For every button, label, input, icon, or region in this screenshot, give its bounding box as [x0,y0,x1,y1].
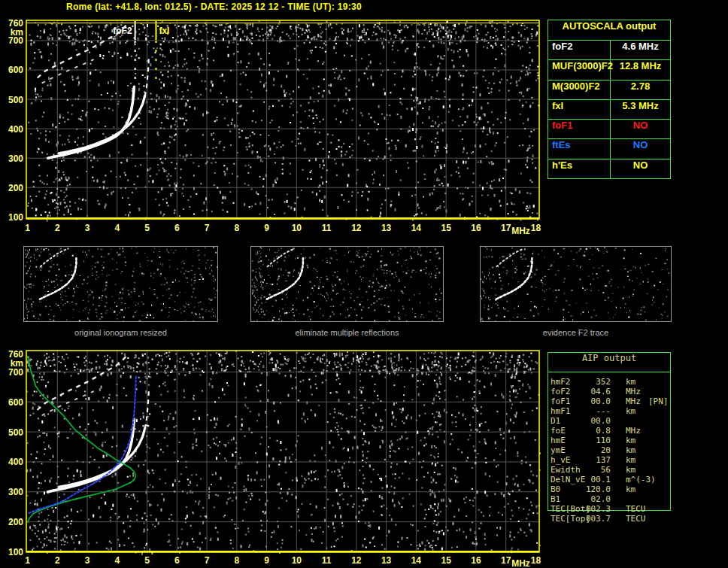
svg-text:600: 600 [8,397,23,408]
svg-text:MHz: MHz [511,558,530,568]
svg-text:3: 3 [85,555,90,566]
svg-text:11: 11 [322,223,332,233]
svg-text:12: 12 [351,555,362,566]
svg-text:1: 1 [25,555,30,566]
svg-text:5: 5 [144,223,150,233]
svg-text:3: 3 [85,223,90,233]
autoscala-table-header: AUTOSCALA output [548,20,670,41]
svg-text:500: 500 [8,427,23,438]
foF2-marker-label: foF2 [113,26,132,36]
autoscala-table-rows: foF24.6 MHzMUF(3000)F212.8 MHzM(3000)F22… [548,41,670,178]
svg-text:8: 8 [234,555,239,566]
svg-text:14: 14 [411,223,422,233]
svg-text:500: 500 [8,95,23,105]
table-row: foF204.6MHz [548,387,669,396]
autoscala-output-table: AUTOSCALA output foF24.6 MHzMUF(3000)F21… [548,20,671,179]
svg-text:100: 100 [8,547,23,557]
autoscaled-ionogram-plot: foF2fxI123456789101112131415161718MHz760… [0,15,549,238]
table-row: foF100.0MHz[PN] [548,396,669,406]
aip-table-header: AIP output [548,353,670,372]
table-row: Ewidth56km [548,465,669,475]
svg-text:400: 400 [8,457,23,467]
svg-text:16: 16 [471,223,481,233]
table-row: D100.0 [548,416,669,426]
svg-text:300: 300 [8,487,23,497]
svg-text:2: 2 [55,555,60,566]
svg-text:15: 15 [441,555,451,566]
svg-text:14: 14 [411,555,422,566]
svg-text:17: 17 [501,555,511,566]
svg-text:11: 11 [322,555,332,566]
table-row: h_vE137km [548,455,669,465]
table-row: hmE110km [548,436,669,445]
table-row: fxI5.3 MHz [548,100,670,120]
aip-table-rows: hmF2352kmfoF204.6MHzfoF100.0MHz[PN]hmF1-… [548,377,669,524]
table-row: TEC[Top]003.7TECU [548,514,669,524]
svg-text:18: 18 [531,223,541,233]
table-row: TEC[Bot]002.3TECU [548,504,669,514]
svg-text:4: 4 [114,223,120,233]
panel-caption-evidence: evidence F2 trace [480,328,672,337]
svg-text:6: 6 [174,555,180,566]
svg-text:400: 400 [8,124,23,135]
page-title: Rome (lat: +41.8, lon: 012.5) - DATE: 20… [66,2,362,12]
table-row: hmF1---km [548,406,669,416]
svg-text:8: 8 [234,223,239,233]
svg-text:200: 200 [8,183,23,193]
svg-text:4: 4 [114,555,120,566]
table-row: B102.0 [548,494,669,504]
panel-evidence-f2-trace [480,246,672,322]
table-row: ymE20km [548,445,669,455]
svg-text:100: 100 [8,212,23,223]
table-row: M(3000)F22.78 [548,80,670,100]
svg-text:18: 18 [531,555,541,566]
svg-text:1: 1 [25,223,30,233]
svg-text:13: 13 [381,555,392,566]
svg-text:km: km [11,27,23,38]
panel-original-ionogram [23,246,218,322]
fxI-marker-label: fxI [159,26,169,36]
panel-caption-original: original ionogram resized [23,328,218,337]
table-row: MUF(3000)F212.8 MHz [548,60,670,80]
table-row: B0120.0km [548,484,669,494]
svg-text:300: 300 [8,153,23,164]
svg-text:km: km [11,358,23,369]
table-row: DelN_vE00.1m^(-3) [548,475,669,484]
profile-ionogram-plot: 123456789101112131415161718MHz7607006005… [0,342,549,568]
svg-text:10: 10 [292,555,302,566]
panel-caption-eliminate: eliminate multiple reflections [250,328,444,337]
svg-text:9: 9 [264,223,269,233]
svg-text:2: 2 [55,223,60,233]
svg-text:10: 10 [292,223,302,233]
svg-text:700: 700 [8,367,23,378]
svg-text:13: 13 [381,223,392,233]
svg-text:12: 12 [351,223,362,233]
table-row: h'EsNO [548,159,670,178]
table-row: ftEsNO [548,139,670,159]
svg-text:7: 7 [205,223,210,233]
svg-text:17: 17 [501,223,511,233]
table-row: foE0.8MHz [548,426,669,436]
svg-text:9: 9 [264,555,269,566]
svg-text:200: 200 [8,517,23,527]
table-row: foF24.6 MHz [548,41,670,60]
svg-text:5: 5 [144,555,150,566]
panel-eliminate-reflections [250,246,444,322]
svg-text:15: 15 [441,223,451,233]
autoscala-screen: Rome (lat: +41.8, lon: 012.5) - DATE: 20… [0,0,728,568]
svg-text:600: 600 [8,65,23,75]
table-row: foF1NO [548,120,670,139]
svg-text:6: 6 [174,223,180,233]
svg-text:MHz: MHz [511,226,530,236]
svg-text:7: 7 [205,555,210,566]
table-row: hmF2352km [548,377,669,387]
svg-text:16: 16 [471,555,481,566]
